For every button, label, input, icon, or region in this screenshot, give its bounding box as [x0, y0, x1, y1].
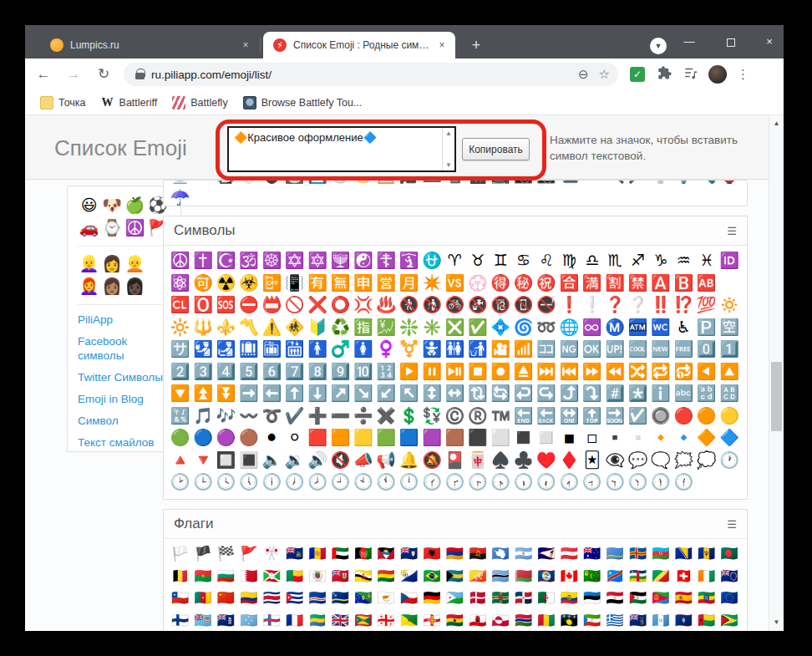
emoji-cell[interactable]: 🇬🇾	[718, 610, 740, 632]
emoji-cell[interactable]: 🇦🇽	[627, 543, 649, 566]
emoji-cell[interactable]: 🕎	[329, 250, 352, 272]
emoji-cell[interactable]: 🏴	[191, 543, 214, 566]
emoji-cell[interactable]: ☮️	[169, 250, 191, 272]
emoji-cell[interactable]: 🇧🇹	[466, 566, 489, 588]
emoji-cell[interactable]: 🆑	[169, 294, 191, 317]
emoji-cell[interactable]: 🇨🇫	[627, 566, 649, 588]
emoji-cell[interactable]: 💾	[306, 180, 328, 187]
emoji-cell[interactable]: ➖	[329, 405, 352, 428]
emoji-cell[interactable]: 🔞	[489, 294, 511, 317]
emoji-cell[interactable]: ☪️	[215, 250, 237, 272]
emoji-cell[interactable]: 🎞️	[420, 180, 443, 187]
emoji-cell[interactable]: 🇬🇸	[627, 610, 649, 632]
emoji-cell[interactable]: 🚫	[283, 294, 306, 317]
emoji-cell[interactable]: 🔤	[672, 383, 695, 405]
emoji-cell[interactable]: 🕝	[444, 471, 466, 494]
emoji-cell[interactable]: ♀️	[375, 338, 398, 361]
emoji-cell[interactable]: 🇦🇲	[444, 543, 466, 566]
emoji-cell[interactable]: 🇨🇴	[237, 587, 260, 610]
emoji-cell[interactable]: 🌐	[558, 317, 581, 339]
url-text[interactable]: ru.piliapp.com/emoji/list/	[151, 69, 568, 81]
emoji-cell[interactable]: 🟠	[695, 405, 718, 428]
emoji-cell[interactable]: 🐶	[100, 195, 123, 217]
emoji-cell[interactable]: 🈸	[352, 272, 374, 295]
emoji-cell[interactable]: 🇫🇰	[215, 610, 237, 632]
emoji-cell[interactable]: 🇧🇮	[261, 566, 283, 588]
emoji-cell[interactable]: ♉	[466, 250, 489, 272]
emoji-cell[interactable]: 🔝	[581, 405, 603, 428]
emoji-cell[interactable]: 🇦🇩	[306, 543, 328, 566]
emoji-cell[interactable]: 🆘	[215, 294, 237, 317]
emoji-cell[interactable]: 8️⃣	[306, 361, 328, 384]
emoji-cell[interactable]: 🔣	[169, 405, 191, 428]
emoji-cell[interactable]: 🚩	[237, 543, 260, 566]
emoji-cell[interactable]: 🕒	[191, 471, 214, 494]
emoji-cell[interactable]: 🆚	[444, 272, 466, 295]
emoji-cell[interactable]: 🔠	[718, 383, 740, 405]
emoji-cell[interactable]: 🉐	[489, 272, 511, 295]
emoji-cell[interactable]: 👁️‍🗨️	[603, 450, 626, 472]
bookmark-battleriff[interactable]: W Battleriff	[101, 96, 158, 109]
emoji-cell[interactable]: ⬆️	[283, 383, 306, 405]
tab-lumpics[interactable]: Lumpics.ru ×	[40, 32, 259, 58]
emoji-cell[interactable]: 🔙	[535, 405, 557, 428]
emoji-cell[interactable]: ⏯️	[444, 361, 466, 384]
emoji-cell[interactable]: 7️⃣	[283, 361, 306, 384]
emoji-cell[interactable]: 📽️	[444, 180, 466, 187]
emoji-cell[interactable]: 📶	[512, 338, 535, 361]
emoji-cell[interactable]: 🕐	[718, 450, 740, 472]
emoji-cell[interactable]: ⬜	[489, 427, 511, 450]
sidebar-link-emoji-in-blog[interactable]: Emoji in Blog	[78, 392, 170, 406]
emoji-cell[interactable]: 🔱	[191, 317, 214, 339]
sidebar-link-symbol[interactable]: Символ	[78, 414, 170, 428]
emoji-cell[interactable]: 🕠	[512, 471, 535, 494]
browser-update-icon[interactable]: ▼	[650, 38, 667, 54]
emoji-cell[interactable]: ®️	[466, 405, 489, 428]
emoji-cell[interactable]: ♎	[581, 250, 603, 272]
emoji-cell[interactable]: 🇦🇶	[489, 543, 511, 566]
emoji-cell[interactable]: 🇨🇻	[306, 587, 328, 610]
emoji-cell[interactable]: 🆒	[627, 338, 649, 361]
emoji-cell[interactable]: ✔️	[283, 405, 306, 428]
emoji-cell[interactable]: 🇨🇦	[558, 566, 581, 588]
minimize-button[interactable]: —	[677, 32, 702, 52]
hamburger-icon[interactable]: ☰	[727, 518, 737, 531]
emoji-cell[interactable]: 🇦🇨	[283, 543, 306, 566]
emoji-cell[interactable]: 🕯️	[649, 180, 672, 187]
emoji-cell[interactable]: 🆗	[581, 338, 603, 361]
emoji-cell[interactable]: 💢	[352, 294, 374, 317]
emoji-cell[interactable]: 🇩🇿	[535, 587, 557, 610]
emoji-cell[interactable]: 🇨🇬	[649, 566, 672, 588]
emoji-cell[interactable]: 🇧🇦	[672, 543, 695, 566]
emoji-cell[interactable]: ⁉️	[672, 294, 695, 317]
emoji-cell[interactable]: 🇦🇿	[649, 543, 672, 566]
emoji-cell[interactable]: 🈷️	[398, 272, 420, 295]
emoji-cell[interactable]: 🔈	[261, 450, 283, 472]
emoji-cell[interactable]: 🇧🇳	[352, 566, 374, 588]
emoji-cell[interactable]: 🇬🇱	[489, 610, 511, 632]
emoji-cell[interactable]: 🚱	[466, 294, 489, 317]
emoji-cell[interactable]: ⚪	[283, 427, 306, 450]
emoji-cell[interactable]: 🟦	[398, 427, 420, 450]
textarea-scrollbar[interactable]: ▲ ▼	[442, 128, 454, 170]
emoji-cell[interactable]: 🕞	[466, 471, 489, 494]
emoji-cell[interactable]: 🇧🇸	[444, 566, 466, 588]
bookmark-battlefly[interactable]: Battlefly	[172, 96, 227, 109]
emoji-cell[interactable]: 1️⃣	[718, 338, 740, 361]
emoji-cell[interactable]: ♐	[627, 250, 649, 272]
forward-button[interactable]: →	[62, 63, 85, 86]
emoji-cell[interactable]: 🕙	[352, 471, 374, 494]
emoji-cell[interactable]: 🇨🇼	[329, 587, 352, 610]
emoji-cell[interactable]: ◽	[581, 427, 603, 450]
emoji-cell[interactable]: 🛄	[237, 338, 260, 361]
emoji-cell[interactable]: #️⃣	[603, 383, 626, 405]
emoji-cell[interactable]: 🛐	[398, 250, 420, 272]
emoji-cell[interactable]: 🚯	[420, 294, 443, 317]
emoji-cell[interactable]: ♦️	[558, 450, 581, 472]
emoji-cell[interactable]: 🇪🇬	[603, 587, 626, 610]
browser-menu-icon[interactable]: ⋮	[737, 67, 749, 82]
emoji-cell[interactable]: 🇬🇷	[603, 610, 626, 632]
emoji-cell[interactable]: 🕚	[375, 471, 398, 494]
emoji-cell[interactable]: 🇧🇧	[695, 543, 718, 566]
emoji-cell[interactable]: 🇨🇮	[695, 566, 718, 588]
